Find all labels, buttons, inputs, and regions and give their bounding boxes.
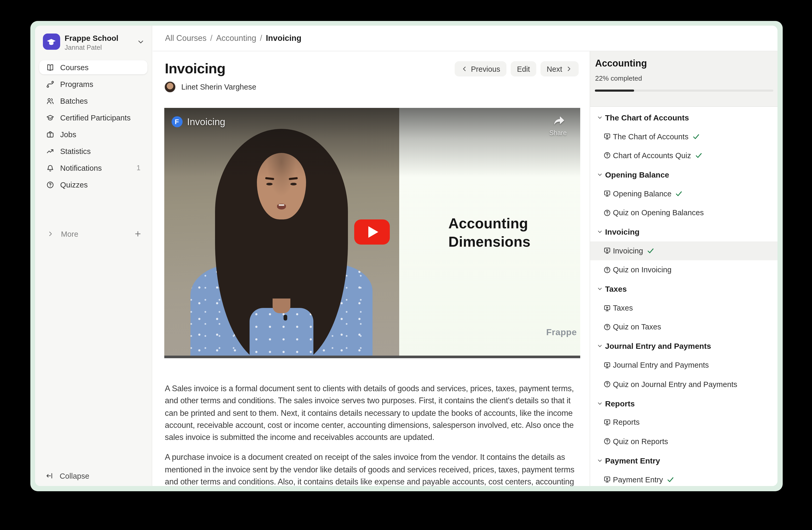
section-title: Payment Entry [605, 456, 660, 465]
outline-item-video[interactable]: Reports [590, 413, 778, 432]
sidebar-item-label: Certified Participants [60, 113, 131, 122]
users-icon [46, 97, 54, 105]
sidebar-more-toggle[interactable]: More [39, 227, 147, 241]
screenshot-stage: Frappe School Jannat Patel Courses Progr… [0, 0, 812, 530]
chevron-down-icon [597, 400, 603, 406]
breadcrumb-separator: / [260, 33, 262, 43]
channel-avatar[interactable]: F [171, 116, 182, 127]
author-row: Linet Sherin Varghese [164, 81, 256, 93]
trend-up-icon [46, 147, 54, 155]
outline-item-video[interactable]: Opening Balance [590, 184, 778, 203]
sidebar-item-label: Notifications [60, 164, 102, 172]
workspace-switcher[interactable]: Frappe School Jannat Patel [43, 33, 146, 51]
outline-item-quiz[interactable]: Quiz on Invoicing [590, 260, 778, 279]
sidebar-item-certified-participants[interactable]: Certified Participants [39, 111, 147, 125]
main-content: Invoicing Linet Sherin Varghese Previous… [153, 51, 589, 486]
video-lesson-icon [603, 304, 611, 312]
sidebar-item-programs[interactable]: Programs [39, 77, 147, 91]
plus-icon[interactable] [134, 230, 142, 238]
outline-section-invoicing[interactable]: Invoicing [590, 222, 778, 241]
check-icon [667, 476, 674, 483]
outline-item-quiz[interactable]: Quiz on Opening Balances [590, 203, 778, 222]
page-title: Invoicing [165, 61, 226, 77]
sidebar-item-jobs[interactable]: Jobs [39, 127, 147, 141]
left-sidebar: Frappe School Jannat Patel Courses Progr… [35, 26, 152, 486]
breadcrumb-accounting[interactable]: Accounting [216, 33, 256, 43]
outline-item-video[interactable]: Taxes [590, 298, 778, 318]
outline-item-video[interactable]: Payment Entry [590, 470, 778, 486]
sidebar-item-quizzes[interactable]: Quizzes [39, 178, 147, 192]
share-button[interactable]: Share [546, 115, 570, 137]
sidebar-collapse-button[interactable]: Collapse [45, 472, 89, 480]
sidebar-item-notifications[interactable]: Notifications 1 [39, 161, 147, 175]
sidebar-item-label: Jobs [60, 130, 76, 139]
video-title-row: F Invoicing [171, 116, 225, 127]
outline-section-chart-of-accounts[interactable]: The Chart of Accounts [590, 108, 778, 127]
outline-item-quiz[interactable]: Quiz on Taxes [590, 318, 778, 337]
video-lesson-icon [603, 361, 611, 369]
paragraph: A purchase invoice is a document created… [165, 451, 584, 486]
outline-item-quiz[interactable]: Quiz on Journal Entry and Payments [590, 375, 778, 394]
chevron-down-icon [597, 114, 603, 120]
sidebar-item-courses[interactable]: Courses [39, 60, 147, 74]
sidebar-item-batches[interactable]: Batches [39, 94, 147, 108]
edit-button[interactable]: Edit [511, 61, 536, 76]
outline-section-payment-entry[interactable]: Payment Entry [590, 451, 778, 470]
course-title: Accounting [595, 58, 647, 69]
outline-item-label: Journal Entry and Payments [613, 361, 709, 369]
presenter-chest [250, 308, 314, 358]
quiz-icon [603, 209, 611, 217]
frappe-school-logo [43, 33, 60, 50]
video-player[interactable]: Accounting Dimensions Frappe F Invoicing… [164, 108, 580, 358]
outline-item-label: Reports [613, 418, 640, 427]
video-lesson-icon [603, 247, 611, 255]
chevron-left-icon [461, 66, 468, 72]
sidebar-item-label: Batches [60, 97, 88, 105]
app-frame: Frappe School Jannat Patel Courses Progr… [30, 21, 783, 491]
section-title: The Chart of Accounts [605, 113, 689, 122]
outline-item-label: Quiz on Opening Balances [613, 208, 704, 217]
breadcrumb-current: Invoicing [266, 33, 301, 43]
quiz-icon [603, 323, 611, 331]
quiz-icon [603, 437, 611, 445]
outline-section-reports[interactable]: Reports [590, 394, 778, 413]
outline-item-label: Chart of Accounts Quiz [613, 151, 691, 160]
sidebar-item-label: Programs [60, 80, 93, 88]
check-icon [695, 152, 702, 159]
breadcrumb-separator: / [210, 33, 213, 43]
outline-item-video[interactable]: The Chart of Accounts [590, 127, 778, 146]
course-outline-sidebar: Accounting 22% completed The Chart of Ac… [590, 51, 778, 486]
workspace-user: Jannat Patel [64, 43, 102, 51]
breadcrumb-all-courses[interactable]: All Courses [165, 33, 207, 43]
section-title: Invoicing [605, 227, 640, 236]
quiz-icon [603, 380, 611, 388]
outline-item-video[interactable]: Journal Entry and Payments [590, 355, 778, 375]
collapse-left-icon [45, 472, 53, 480]
outline-item-label: Quiz on Journal Entry and Payments [613, 380, 737, 388]
previous-button[interactable]: Previous [455, 61, 506, 76]
flow-icon [46, 80, 54, 88]
video-bottom-bar [164, 355, 580, 358]
outline-item-quiz[interactable]: Quiz on Reports [590, 432, 778, 451]
outline-section-journal-entry[interactable]: Journal Entry and Payments [590, 336, 778, 355]
outline-item-video-active[interactable]: Invoicing [590, 241, 778, 260]
slide-title-line1: Accounting [448, 214, 531, 233]
chevron-down-icon [597, 229, 603, 235]
video-lesson-icon [603, 418, 611, 426]
video-title[interactable]: Invoicing [187, 116, 225, 127]
author-name: Linet Sherin Varghese [181, 83, 256, 91]
graduation-cap-logo-icon [45, 36, 58, 48]
chevron-down-icon [597, 458, 603, 463]
outline-item-label: Taxes [613, 304, 633, 312]
outline-section-opening-balance[interactable]: Opening Balance [590, 165, 778, 184]
sidebar-item-statistics[interactable]: Statistics [39, 144, 147, 158]
outline-item-label: Opening Balance [613, 190, 671, 198]
youtube-play-button[interactable] [354, 219, 390, 244]
app-window: Frappe School Jannat Patel Courses Progr… [35, 26, 778, 486]
section-title: Journal Entry and Payments [605, 342, 711, 351]
outline-section-taxes[interactable]: Taxes [590, 279, 778, 298]
next-button[interactable]: Next [540, 61, 578, 76]
quiz-icon [603, 266, 611, 274]
course-progress-header: Accounting 22% completed [590, 51, 778, 107]
outline-item-quiz[interactable]: Chart of Accounts Quiz [590, 146, 778, 165]
